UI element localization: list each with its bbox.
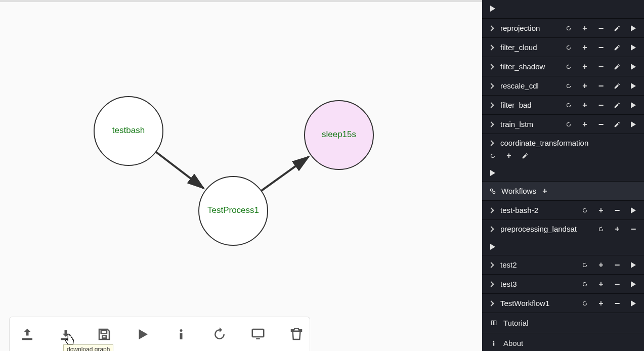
chevron-right-icon bbox=[488, 262, 494, 268]
reprojection-history-icon[interactable] bbox=[565, 25, 572, 32]
actions-group-2 bbox=[489, 169, 496, 177]
test2-history-icon[interactable] bbox=[581, 261, 588, 269]
workflow-item-TestWorkflow1[interactable]: TestWorkflow1+− bbox=[482, 294, 644, 313]
process-item-rescale_cdl[interactable]: rescale_cdl+− bbox=[482, 76, 644, 96]
process-item-filter_shadow[interactable]: filter_shadow+− bbox=[482, 57, 644, 76]
filter_cloud-play-icon[interactable] bbox=[630, 44, 637, 51]
filter_bad-remove-icon[interactable]: − bbox=[597, 102, 605, 109]
nav-about[interactable]: About bbox=[482, 333, 644, 351]
TestWorkflow1-remove-icon[interactable]: − bbox=[614, 300, 621, 307]
train_lstm-history-icon[interactable] bbox=[565, 121, 572, 128]
workflow-label: test-bash-2 bbox=[500, 206, 538, 214]
graph-svg: testbashTestProcess1sleep15s bbox=[0, 2, 482, 351]
workflow-item-test3[interactable]: test3+− bbox=[482, 275, 644, 294]
preprocessing_landsat-history-icon[interactable] bbox=[597, 226, 605, 233]
filter_cloud-remove-icon[interactable]: − bbox=[597, 44, 605, 51]
rescale_cdl-edit-icon[interactable] bbox=[614, 82, 621, 90]
node-label-testprocess1: TestProcess1 bbox=[207, 205, 259, 215]
workflow-item-test2[interactable]: test2+− bbox=[482, 255, 644, 275]
filter_bad-edit-icon[interactable] bbox=[614, 102, 621, 109]
monitor-button[interactable] bbox=[250, 325, 266, 343]
chevron-right-icon bbox=[488, 121, 494, 127]
reprojection-play-icon[interactable] bbox=[630, 25, 637, 32]
preprocessing_landsat-remove-icon[interactable]: − bbox=[630, 226, 637, 233]
test-bash-2-add-icon[interactable]: + bbox=[597, 207, 605, 214]
workflow-label: test3 bbox=[500, 280, 517, 288]
train_lstm-remove-icon[interactable]: − bbox=[597, 121, 605, 128]
info-button[interactable] bbox=[174, 325, 189, 343]
chevron-right-icon bbox=[488, 83, 494, 89]
rescale_cdl-remove-icon[interactable]: − bbox=[597, 82, 605, 90]
process-item-filter_bad[interactable]: filter_bad+− bbox=[482, 96, 644, 115]
test-bash-2-remove-icon[interactable]: − bbox=[614, 207, 621, 214]
filter_bad-history-icon[interactable] bbox=[565, 102, 572, 109]
preprocessing_landsat-add-icon[interactable]: + bbox=[614, 226, 621, 233]
process-label: coordinate_transformation bbox=[500, 139, 588, 147]
coordinate_transformation-edit-icon[interactable] bbox=[522, 152, 529, 159]
TestWorkflow1-play-icon[interactable] bbox=[630, 300, 637, 307]
delete-button[interactable] bbox=[289, 325, 304, 343]
actions-group: +− bbox=[565, 44, 637, 51]
save-button[interactable] bbox=[97, 325, 112, 343]
svg-rect-1 bbox=[180, 333, 183, 339]
rescale_cdl-add-icon[interactable]: + bbox=[581, 82, 588, 90]
reprojection-remove-icon[interactable]: − bbox=[597, 25, 605, 32]
TestWorkflow1-history-icon[interactable] bbox=[581, 300, 588, 307]
upload-button[interactable] bbox=[20, 325, 35, 343]
filter_bad-add-icon[interactable]: + bbox=[581, 102, 588, 109]
process-item-reprojection[interactable]: reprojection+− bbox=[482, 19, 644, 38]
train_lstm-add-icon[interactable]: + bbox=[581, 121, 588, 128]
test2-remove-icon[interactable]: − bbox=[614, 261, 621, 269]
process-item-train_lstm[interactable]: train_lstm+− bbox=[482, 115, 644, 134]
history-button[interactable] bbox=[212, 325, 227, 343]
chevron-right-icon bbox=[488, 25, 494, 31]
preprocessing_landsat-play-icon[interactable] bbox=[489, 243, 496, 250]
run-button[interactable] bbox=[135, 325, 150, 343]
test3-remove-icon[interactable]: − bbox=[614, 281, 621, 288]
actions-group: +− bbox=[565, 63, 637, 70]
reprojection-edit-icon[interactable] bbox=[614, 25, 621, 32]
play-icon[interactable] bbox=[489, 5, 496, 12]
filter_cloud-history-icon[interactable] bbox=[565, 44, 572, 51]
coordinate_transformation-add-icon[interactable]: + bbox=[505, 152, 512, 159]
filter_cloud-edit-icon[interactable] bbox=[614, 44, 621, 51]
filter_shadow-edit-icon[interactable] bbox=[614, 63, 621, 70]
graph-canvas[interactable]: testbashTestProcess1sleep15s download gr… bbox=[0, 0, 482, 351]
workflow-item-test-bash-2[interactable]: test-bash-2+− bbox=[482, 201, 644, 220]
reprojection-add-icon[interactable]: + bbox=[581, 25, 588, 32]
test-bash-2-play-icon[interactable] bbox=[630, 207, 637, 214]
TestWorkflow1-add-icon[interactable]: + bbox=[597, 300, 605, 307]
chevron-right-icon bbox=[488, 226, 494, 232]
train_lstm-play-icon[interactable] bbox=[630, 121, 637, 128]
rescale_cdl-play-icon[interactable] bbox=[630, 82, 637, 90]
workflows-header[interactable]: Workflows + bbox=[482, 182, 644, 201]
process-label: train_lstm bbox=[500, 120, 533, 128]
nav-tutorial[interactable]: Tutorial bbox=[482, 313, 644, 333]
actions-group: +− bbox=[581, 207, 637, 214]
coordinate_transformation-play-icon[interactable] bbox=[489, 169, 496, 177]
actions-group: +− bbox=[581, 261, 637, 269]
filter_bad-play-icon[interactable] bbox=[630, 102, 637, 109]
rescale_cdl-history-icon[interactable] bbox=[565, 82, 572, 90]
workflow-label: TestWorkflow1 bbox=[500, 299, 549, 308]
filter_cloud-add-icon[interactable]: + bbox=[581, 44, 588, 51]
filter_shadow-history-icon[interactable] bbox=[565, 63, 572, 70]
workflow-item-preprocessing_landsat[interactable]: preprocessing_landsat+− bbox=[482, 220, 644, 255]
test-bash-2-history-icon[interactable] bbox=[581, 207, 588, 214]
process-item-filter_cloud[interactable]: filter_cloud+− bbox=[482, 38, 644, 57]
test3-history-icon[interactable] bbox=[581, 281, 588, 288]
process-item-coordinate_transformation[interactable]: coordinate_transformation+ bbox=[482, 134, 644, 182]
filter_shadow-add-icon[interactable]: + bbox=[581, 63, 588, 70]
download-button[interactable]: download graph bbox=[58, 325, 73, 343]
info-icon bbox=[490, 340, 497, 347]
coordinate_transformation-history-icon[interactable] bbox=[489, 152, 496, 159]
actions-group: +− bbox=[597, 226, 637, 233]
test3-add-icon[interactable]: + bbox=[597, 281, 605, 288]
test3-play-icon[interactable] bbox=[630, 281, 637, 288]
add-workflow-button[interactable]: + bbox=[541, 188, 548, 195]
test2-add-icon[interactable]: + bbox=[597, 261, 605, 269]
filter_shadow-play-icon[interactable] bbox=[630, 63, 637, 70]
filter_shadow-remove-icon[interactable]: − bbox=[597, 63, 605, 70]
test2-play-icon[interactable] bbox=[630, 261, 637, 269]
train_lstm-edit-icon[interactable] bbox=[614, 121, 621, 128]
